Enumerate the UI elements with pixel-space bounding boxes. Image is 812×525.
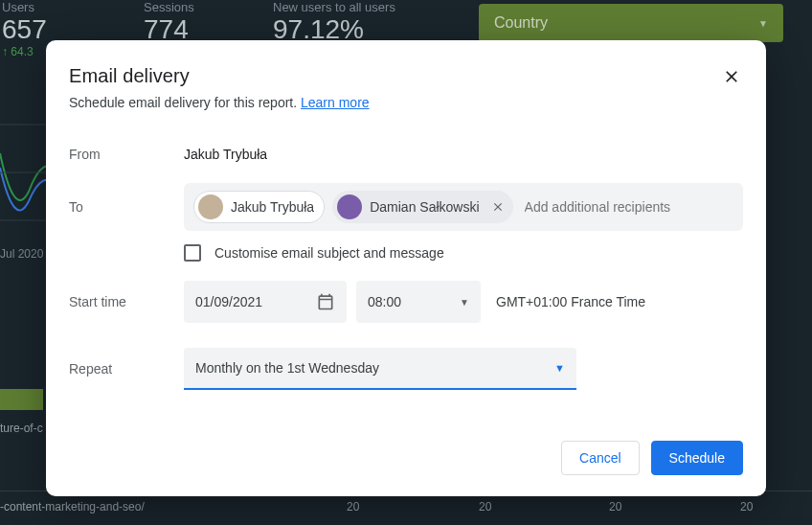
repeat-label: Repeat [69, 361, 184, 377]
avatar-icon [337, 194, 362, 219]
start-date-value: 01/09/2021 [195, 294, 262, 309]
recipients-field[interactable]: Jakub Trybuła Damian Sałkowski [184, 183, 743, 231]
customize-label: Customise email subject and message [214, 245, 444, 261]
cancel-button[interactable]: Cancel [561, 441, 640, 475]
modal-subtitle-text: Schedule email delivery for this report. [69, 95, 297, 110]
start-time-field[interactable]: 08:00 ▼ [356, 281, 481, 323]
modal-title: Email delivery [69, 65, 743, 87]
modal-subtitle: Schedule email delivery for this report.… [69, 95, 743, 110]
avatar-icon [198, 194, 223, 219]
learn-more-link[interactable]: Learn more [301, 95, 370, 110]
close-button[interactable] [716, 61, 747, 92]
to-label: To [69, 199, 184, 215]
timezone-text: GMT+01:00 France Time [496, 294, 645, 309]
repeat-select[interactable]: Monthly on the 1st Wednesday ▼ [184, 348, 576, 390]
start-date-field[interactable]: 01/09/2021 [184, 281, 347, 323]
chevron-down-icon: ▼ [554, 362, 565, 374]
email-delivery-modal: Email delivery Schedule email delivery f… [46, 40, 766, 496]
recipient-chip-1[interactable]: Damian Sałkowski [332, 191, 512, 223]
close-icon [491, 200, 505, 214]
schedule-button[interactable]: Schedule [651, 441, 743, 475]
customize-checkbox[interactable] [184, 244, 201, 262]
add-recipient-input[interactable] [521, 194, 733, 220]
calendar-icon [316, 292, 335, 311]
from-value: Jakub Trybuła [184, 147, 267, 162]
close-icon [722, 67, 741, 86]
from-label: From [69, 147, 184, 162]
start-time-value: 08:00 [368, 294, 401, 309]
recipient-name: Jakub Trybuła [231, 199, 314, 215]
repeat-value: Monthly on the 1st Wednesday [195, 360, 379, 376]
recipient-name: Damian Sałkowski [370, 199, 479, 215]
chevron-down-icon: ▼ [460, 297, 469, 308]
remove-recipient-button[interactable] [489, 198, 507, 216]
recipient-chip-0[interactable]: Jakub Trybuła [193, 191, 325, 223]
start-time-label: Start time [69, 294, 184, 309]
